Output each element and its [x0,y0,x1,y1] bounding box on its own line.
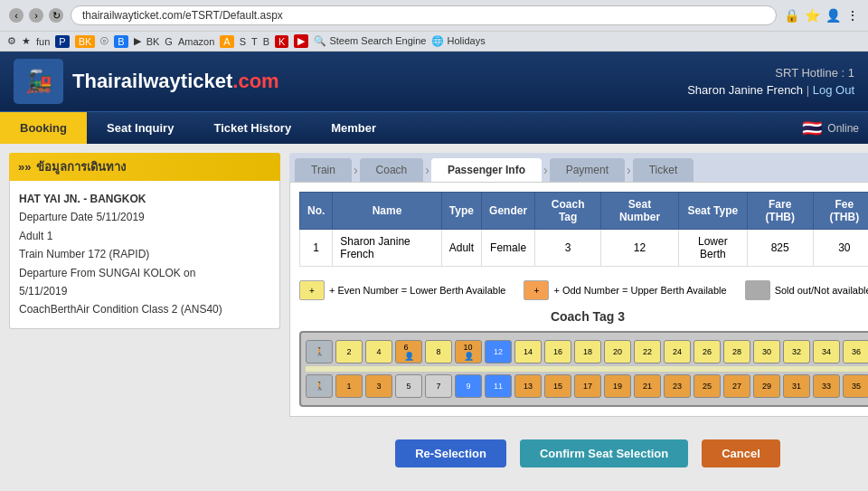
bookmark-yt[interactable]: ▶ [294,34,308,48]
forward-button[interactable]: › [29,8,43,23]
seat-25[interactable]: 25 [693,374,721,398]
legend-odd-label: + Odd Number = Upper Berth Available [553,285,726,296]
seat-map-container: 🚶 246👤810👤12141618202224262830323436 🚶 1… [299,331,868,407]
seat-aisle-icon-bot: 🚶 [306,374,333,398]
bookmark-circle[interactable]: ⦾ [100,35,108,47]
bookmark-holidays[interactable]: 🌐 Holidays [431,35,485,47]
bookmark-fun[interactable]: fun [36,36,50,47]
corridor [306,366,868,372]
seat-31[interactable]: 31 [783,374,810,398]
tab-coach[interactable]: Coach [360,158,424,182]
seat-16[interactable]: 16 [544,340,571,364]
seat-22[interactable]: 22 [634,340,661,364]
passenger-table: No. Name Type Gender Coach Tag Seat Numb… [299,192,868,267]
bookmark-b2[interactable]: B [114,35,127,48]
bookmark-t[interactable]: T [251,36,258,47]
seat-18[interactable]: 18 [574,340,601,364]
step-sep-4: › [627,163,631,177]
seat-21[interactable]: 21 [634,374,661,398]
sidebar-route: HAT YAI JN. - BANGKOK [19,190,270,208]
sidebar-from-city: SUNGAI KOLOK on [99,267,195,279]
reselection-button[interactable]: Re-Selection [395,439,506,467]
logout-link[interactable]: Log Out [813,83,854,97]
logo-text-com: .com [232,70,278,92]
step-sep-1: › [354,163,358,177]
seat-14[interactable]: 14 [514,340,542,364]
seat-8[interactable]: 8 [425,340,452,364]
back-button[interactable]: ‹ [9,8,24,23]
seat-20[interactable]: 20 [604,340,631,364]
bookmark-p[interactable]: P [55,35,69,48]
bookmark-s[interactable]: S [240,36,246,47]
bookmark-arrow[interactable]: ▶ [134,35,141,47]
refresh-button[interactable]: ↻ [49,8,63,23]
bookmark-item[interactable]: ⚙ [7,35,16,47]
seat-23[interactable]: 23 [664,374,691,398]
main-content: »» ข้อมูลการเดินทาง HAT YAI JN. - BANGKO… [0,144,868,491]
seat-10[interactable]: 10👤 [455,340,482,364]
seat-33[interactable]: 33 [813,374,840,398]
cancel-button[interactable]: Cancel [702,439,780,467]
bookmark-k[interactable]: K [275,35,288,48]
sidebar-coach-info: CoachBerthAir Condition Class 2 (ANS40) [19,300,270,318]
seat-15[interactable]: 15 [544,374,571,398]
tab-train[interactable]: Train [295,158,352,182]
seat-35[interactable]: 35 [843,374,868,398]
seat-11[interactable]: 11 [485,374,512,398]
tab-ticket[interactable]: Ticket [633,158,694,182]
seat-4[interactable]: 4 [365,340,392,364]
logo-text-main: Thairailwayticket [72,70,232,92]
col-no: No. [300,193,333,230]
coach-tag-title: Coach Tag 3 [299,309,868,324]
seat-1[interactable]: 1 [335,374,363,398]
site-header: 🚂 Thairailwayticket.com SRT Hotline : 1 … [0,52,868,111]
seat-7[interactable]: 7 [425,374,452,398]
seat-9[interactable]: 9 [455,374,482,398]
seat-19[interactable]: 19 [604,374,631,398]
sidebar: »» ข้อมูลการเดินทาง HAT YAI JN. - BANGKO… [9,153,280,491]
bookmark-b3[interactable]: B [263,36,269,47]
confirm-seat-button[interactable]: Confirm Seat Selection [520,439,688,467]
bookmark-bk[interactable]: BK [75,35,96,48]
passenger-cell-fee: 30 [813,230,868,267]
seat-6[interactable]: 6👤 [395,340,422,364]
seat-27[interactable]: 27 [723,374,750,398]
seat-12[interactable]: 12 [485,340,512,364]
bookmark-amazon[interactable]: Amazon [178,36,214,47]
bookmark-steem[interactable]: 🔍 Steem Search Engine [314,35,426,47]
seat-32[interactable]: 32 [783,340,810,364]
tab-payment[interactable]: Payment [550,158,625,182]
tab-passenger-info[interactable]: Passenger Info [431,158,542,182]
ticket-history-nav-btn[interactable]: Ticket History [193,112,311,144]
action-buttons: Re-Selection Confirm Seat Selection Canc… [289,430,868,477]
bookmark-bk2[interactable]: BK [146,36,160,47]
logo-text: Thairailwayticket.com [72,70,279,93]
seat-3[interactable]: 3 [365,374,392,398]
bookmark-item[interactable]: ★ [22,35,31,47]
nav-flag: 🇹🇭 Online [802,118,859,138]
seat-30[interactable]: 30 [753,340,780,364]
member-nav-btn[interactable]: Member [311,112,396,144]
seat-34[interactable]: 34 [813,340,840,364]
sidebar-from-label: Departure From [19,267,96,279]
booking-nav-btn[interactable]: Booking [0,112,87,144]
bookmark-g[interactable]: G [165,36,173,47]
seat-5[interactable]: 5 [395,374,422,398]
seat-13[interactable]: 13 [514,374,542,398]
passenger-cell-seat_type: Lower Berth [678,230,747,267]
user-info: Sharon Janine French | Log Out [687,83,854,97]
seat-17[interactable]: 17 [574,374,601,398]
table-area: No. Name Type Gender Coach Tag Seat Numb… [289,182,868,417]
seat-26[interactable]: 26 [693,340,721,364]
url-bar[interactable]: thairailwayticket.com/eTSRT/Default.aspx [71,5,777,25]
thai-flag-icon: 🇹🇭 [802,118,822,138]
bookmark-a[interactable]: A [220,35,233,48]
seat-36[interactable]: 36 [843,340,868,364]
seat-24[interactable]: 24 [664,340,691,364]
seat-2[interactable]: 2 [335,340,363,364]
col-name: Name [333,193,441,230]
seat-inquiry-nav-btn[interactable]: Seat Inquiry [87,112,193,144]
seat-28[interactable]: 28 [723,340,750,364]
seat-29[interactable]: 29 [753,374,780,398]
passenger-cell-type: Adult [441,230,481,267]
